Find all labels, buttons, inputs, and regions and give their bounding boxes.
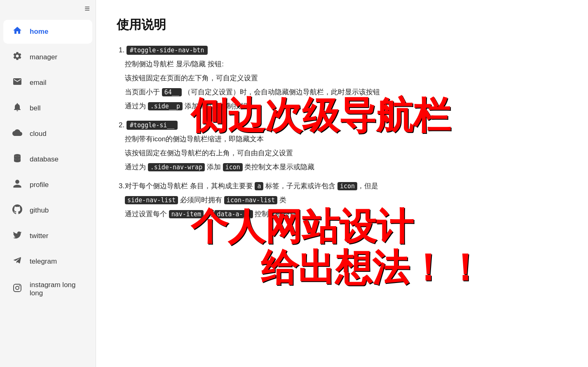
sidebar-item-home[interactable]: home [3,20,92,44]
sidebar-label-email: email [30,79,47,87]
sidebar-label-github: github [30,206,49,215]
telegram-icon [12,255,23,268]
sidebar-label-instagram: instagram long long [30,281,84,297]
bell-icon [12,102,23,115]
hamburger-icon[interactable]: ≡ [84,4,90,13]
page-title: 使用说明 [117,16,567,33]
sidebar-item-cloud[interactable]: cloud [3,122,92,146]
list-item-3-line2: side-nav-list 必须同时拥有 icon-nav-list 类 [125,193,567,207]
list-item-2-line3: 通过为 .side-nav-wrap 添加 icon 类控制文本显示或隐藏 [125,160,567,174]
sidebar-label-twitter: twitter [30,232,48,240]
sidebar-label-profile: profile [30,181,49,189]
svg-point-0 [14,154,21,157]
sidebar-item-twitter[interactable]: twitter [3,224,92,248]
list-item-3-line1: 对于每个侧边导航栏 条目，其构成主要要 a 标签，子元素或许包含 icon，但是 [125,179,567,193]
instructions-list: #toggle-side-nav-btn 控制侧边导航栏 显示/隐藏 按钮: 该… [117,43,567,221]
sidebar-item-telegram[interactable]: telegram [3,250,92,273]
overlay-text-3: 给出想法！！ [261,243,483,293]
list-item-2-line1: 控制带有icon的侧边导航栏缩进，即隐藏文本 [125,132,567,146]
list-item-1-line4: 通过为 .side__p 添加属性来控制按钮 [125,99,567,113]
home-icon [12,26,23,38]
sidebar-label-home: home [30,28,48,36]
email-icon [12,77,23,89]
github-icon [12,204,23,217]
sidebar-item-profile[interactable]: profile [3,173,92,197]
sidebar-label-bell: bell [30,104,40,112]
sidebar-item-manager[interactable]: manager [3,45,92,69]
list-item-3-line3: 通过设置每个 nav-item 的 data-a-__ 控制导航条目 [125,207,567,221]
sidebar-item-email[interactable]: email [3,71,92,95]
list-item-2: #toggle-si__ 控制带有icon的侧边导航栏缩进，即隐藏文本 该按钮固… [127,118,567,174]
twitter-icon [12,230,23,242]
sidebar-header: ≡ [0,0,96,17]
sidebar-item-database[interactable]: database [3,147,92,171]
code-toggle-nav-btn: #toggle-side-nav-btn [127,46,208,55]
list-item-1-line1: 控制侧边导航栏 显示/隐藏 按钮: [125,57,567,71]
list-item-1: #toggle-side-nav-btn 控制侧边导航栏 显示/隐藏 按钮: 该… [127,43,567,113]
main-content: 使用说明 #toggle-side-nav-btn 控制侧边导航栏 显示/隐藏 … [96,0,588,367]
profile-icon [12,179,23,191]
sidebar: ≡ home manager email bell cloud [0,0,96,367]
sidebar-label-cloud: cloud [30,130,47,138]
database-icon [12,153,23,166]
sidebar-item-github[interactable]: github [3,199,92,222]
list-item-3: 对于每个侧边导航栏 条目，其构成主要要 a 标签，子元素或许包含 icon，但是… [127,179,567,221]
sidebar-label-telegram: telegram [30,257,57,266]
list-item-1-line2: 该按钮固定在页面的左下角，可自定义设置 [125,71,567,85]
sidebar-item-bell[interactable]: bell [3,96,92,120]
gear-icon [12,51,23,63]
list-item-2-line2: 该按钮固定在侧边导航栏的右上角，可自由自定义设置 [125,146,567,160]
list-item-1-line3: 当页面小于 64__ （可自定义设置）时，会自动隐藏侧边导航栏，此时显示该按钮 [125,85,567,99]
sidebar-label-database: database [30,155,59,164]
sidebar-item-instagram[interactable]: instagram long long [3,275,92,303]
instagram-icon [12,283,23,295]
code-toggle-si: #toggle-si__ [127,121,178,130]
sidebar-label-manager: manager [30,53,57,61]
cloud-icon [12,128,23,140]
